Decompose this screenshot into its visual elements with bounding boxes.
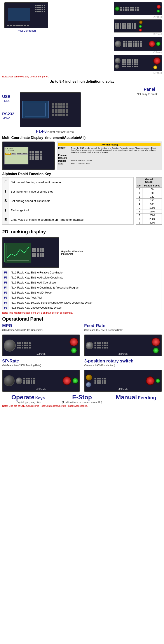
yellow-knob[interactable] (86, 374, 92, 381)
op-a-panel: (A Panel) (2, 334, 80, 356)
alpha-key: I (3, 187, 9, 196)
yellow-button[interactable] (153, 66, 157, 69)
key (97, 380, 99, 382)
key (40, 253, 42, 255)
normal-rapid-label: (Normal/Rapid) (58, 143, 160, 146)
key (27, 25, 29, 26)
feedrate-item: Feed-Rate (16 Gears: 0%~150% Feeding Rat… (84, 323, 162, 332)
speed-cell: 9 (136, 221, 143, 225)
key (24, 25, 26, 26)
red-estop-button[interactable] (149, 40, 155, 47)
feed-rate-knob[interactable] (86, 342, 93, 349)
key (32, 151, 34, 153)
key (97, 378, 99, 380)
rotary-knob2[interactable] (115, 64, 119, 69)
key (57, 103, 60, 106)
key (126, 43, 127, 45)
start-c[interactable] (72, 378, 78, 384)
key (28, 380, 30, 382)
key (102, 380, 103, 382)
speed-cell: 60 (143, 188, 162, 191)
key (26, 380, 28, 382)
key (140, 41, 142, 42)
sprate-sub: (16 Gears: 0%~150% Feeding Rate) (2, 364, 80, 366)
key (97, 344, 99, 346)
coord-right-panel: (Normal/Rapid) RESET Reset the CNC mode,… (57, 142, 162, 170)
speed-row: 93000 (136, 221, 162, 225)
op-b-panel: (B Panel) (84, 334, 162, 356)
key (42, 250, 44, 252)
f-key-row: F8No.8 Rapid Key, Choose Coordinate syst… (3, 305, 162, 310)
device-diagram: USB -DNC RS232 -DNC Panel Not easy to br… (2, 86, 162, 134)
key (132, 23, 133, 25)
key (136, 64, 138, 65)
estop-e[interactable] (146, 376, 155, 385)
key (95, 378, 96, 380)
auto-desc: Shift in status of Auto (71, 162, 160, 165)
estop-button[interactable] (69, 338, 78, 346)
key (63, 114, 65, 116)
final-note-red: Note: One set of CNC Controller is Host … (2, 404, 162, 407)
key (122, 25, 124, 27)
f-key-row: F6No.6 Rapid Key, Posit Tool (3, 295, 162, 300)
manual-key-desc: Shift to status of Manual (71, 160, 160, 162)
start-button[interactable] (71, 348, 77, 354)
mpg-handwheel[interactable] (4, 340, 16, 352)
green-button[interactable] (157, 10, 160, 13)
f-key-row: F7No.7 Rapid Key, Set zero point of curr… (3, 300, 162, 305)
red-button[interactable] (139, 28, 142, 32)
key (52, 111, 54, 114)
key (55, 106, 57, 108)
key (42, 11, 43, 12)
red-button[interactable] (157, 5, 161, 9)
key (37, 9, 39, 10)
estop-c[interactable] (62, 376, 71, 385)
green-button[interactable] (139, 25, 142, 28)
start-button-b[interactable] (153, 348, 159, 354)
key (134, 23, 136, 25)
operate-keys-item: Operate Keys (Crystal type,Long Life) (2, 394, 54, 404)
3pos-item: 3-position rotary switch (Siemens LA39 P… (84, 358, 162, 368)
key (60, 103, 62, 106)
key (104, 378, 106, 380)
key (136, 59, 138, 61)
start-e[interactable] (155, 378, 160, 383)
coord-row-redoom: Redoom (58, 157, 160, 159)
rotary-knob[interactable] (115, 40, 121, 47)
rotary-knob[interactable] (115, 58, 120, 64)
green-button[interactable] (156, 42, 161, 46)
key (95, 344, 96, 346)
rotary-knob[interactable] (16, 378, 22, 384)
key (17, 347, 19, 348)
key (135, 7, 136, 8)
key (10, 25, 12, 26)
sp-rate-knob[interactable] (4, 375, 15, 386)
amber-button[interactable] (139, 20, 143, 24)
key (40, 250, 42, 252)
key (127, 9, 129, 11)
key (44, 7, 45, 8)
a-panel-image (114, 2, 162, 15)
key (32, 156, 34, 158)
key (107, 342, 108, 344)
alpha-row: TExchange tool (3, 206, 134, 215)
key (39, 7, 41, 8)
key (23, 380, 25, 382)
estop-button-b[interactable] (151, 338, 160, 346)
display-title: Up to 8.4 inches high definition display (2, 80, 162, 84)
f-key-name: F5 (3, 290, 9, 295)
key (30, 158, 32, 160)
blue-knob[interactable] (86, 382, 91, 388)
green-knob (115, 6, 120, 11)
key (19, 344, 21, 346)
key (129, 66, 131, 68)
host-screen (8, 8, 30, 21)
key (66, 106, 68, 108)
key (21, 25, 23, 26)
device-screen (22, 101, 49, 118)
f-key-desc: No.1 Rapid Key, Shift to Relative Coordi… (9, 270, 162, 275)
red-estop-large[interactable] (153, 57, 161, 64)
key (137, 9, 139, 11)
key (57, 111, 60, 114)
key (123, 7, 124, 8)
